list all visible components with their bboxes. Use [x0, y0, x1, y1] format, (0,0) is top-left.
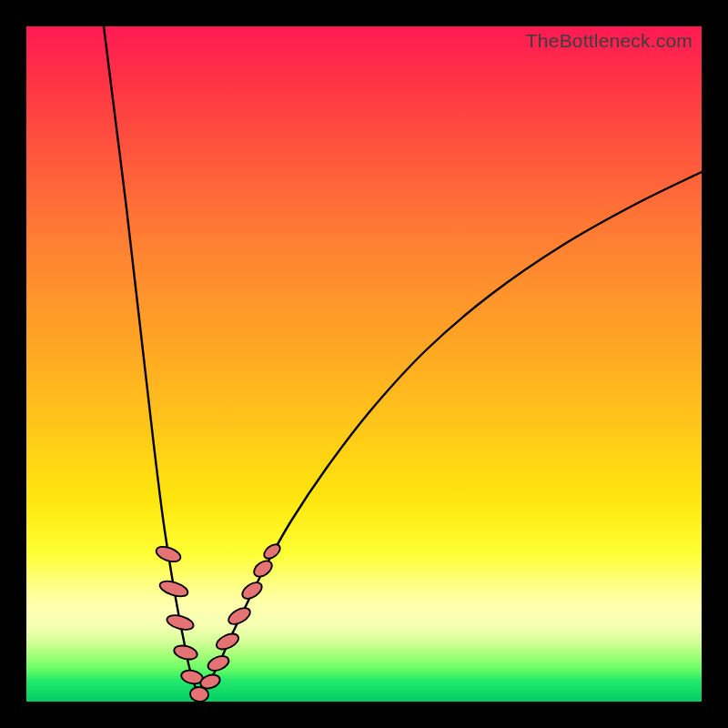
data-bead	[173, 643, 199, 662]
data-bead	[261, 541, 282, 561]
bottleneck-curve-chart	[26, 26, 702, 702]
data-bead	[206, 653, 230, 673]
curve-right-branch	[199, 172, 702, 696]
data-bead	[226, 604, 253, 627]
beads-left-group	[154, 544, 208, 703]
gradient-plot-area: TheBottleneck.com	[26, 26, 702, 702]
data-bead	[214, 631, 241, 652]
data-bead	[166, 612, 196, 632]
beads-right-group	[198, 541, 282, 691]
data-bead	[239, 579, 265, 602]
data-bead	[158, 578, 190, 599]
data-bead	[251, 558, 275, 580]
data-bead	[154, 544, 182, 565]
